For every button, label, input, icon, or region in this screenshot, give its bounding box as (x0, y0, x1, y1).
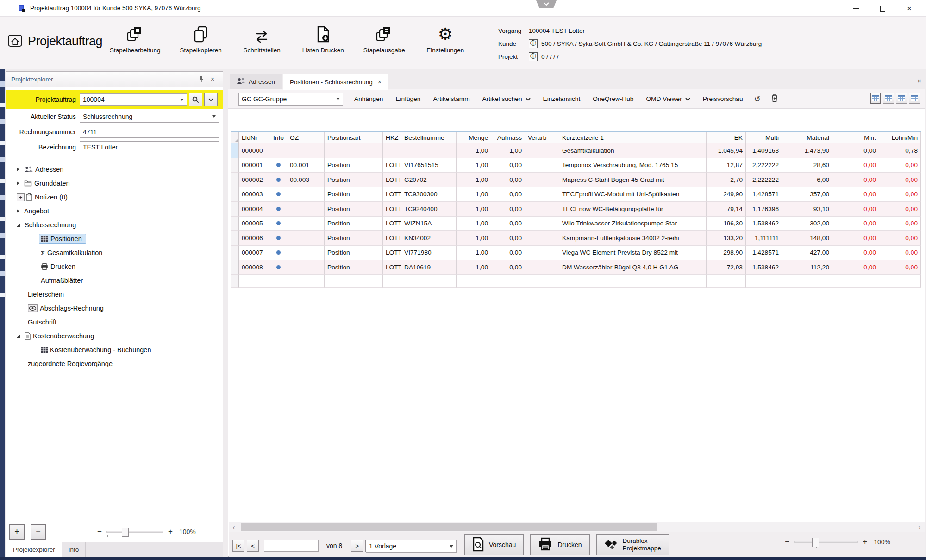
cell-lfdnr[interactable]: 000004 (239, 202, 270, 217)
scroll-right-icon[interactable]: › (914, 523, 925, 531)
cell-ek[interactable]: 72,93 (707, 260, 746, 275)
cell-ek[interactable]: 2,70 (707, 173, 746, 187)
overlay-notch-chevron-icon[interactable] (536, 0, 557, 8)
cell-lohnmin[interactable]: 0,00 (879, 246, 921, 261)
cell-material[interactable]: 302,00 (782, 217, 832, 231)
cell-multi[interactable]: 1,538462 (746, 217, 782, 231)
ribbon-button-schnittstellen[interactable]: Schnittstellen (241, 24, 283, 54)
cell-kurztext[interactable]: Gesamtkalkulation (559, 143, 707, 158)
column-header-multi[interactable]: Multi (746, 132, 782, 143)
cell-menge[interactable]: 1,00 (457, 173, 491, 187)
tree-item-angebot[interactable]: Angebot (6, 204, 223, 218)
cell-info[interactable] (270, 260, 287, 275)
panel-tab-projektexplorer[interactable]: Projektexplorer (6, 542, 62, 557)
cell-material[interactable]: 112,20 (782, 260, 832, 275)
cell-min[interactable]: 0,00 (832, 231, 879, 246)
cell-bestellnummer[interactable]: TC9240400 (401, 202, 457, 217)
cell-positionsart[interactable] (325, 143, 383, 158)
page-number-input[interactable] (264, 540, 319, 552)
ribbon-button-einstellungen[interactable]: ⚙Einstellungen (425, 24, 466, 54)
toolbar-item-artikel-suchen[interactable]: Artikel suchen (482, 95, 531, 102)
tree-item-drucken[interactable]: Drucken (6, 260, 223, 274)
cell-ek[interactable]: 79,14 (707, 202, 746, 217)
cell-lfdnr[interactable]: 000002 (239, 173, 270, 187)
pager-next-button[interactable]: > (351, 540, 363, 552)
row-marker-cell[interactable] (231, 246, 239, 261)
cell-oz[interactable] (287, 231, 325, 246)
column-header-min[interactable]: Min. (832, 132, 879, 143)
cell-hkz[interactable]: LOTT (383, 260, 401, 275)
cell-multi[interactable]: 1,428571 (746, 246, 782, 261)
grid-corner-cell[interactable] (231, 132, 239, 143)
tree-item-kostenüberwachung-buchungen[interactable]: Kostenüberwachung - Buchungen (6, 343, 223, 357)
cell-lohnmin[interactable]: 0,78 (879, 143, 921, 158)
row-marker-cell[interactable] (231, 217, 239, 231)
cell-empty[interactable] (457, 275, 491, 288)
minimize-button[interactable] (842, 0, 869, 17)
cell-min[interactable]: 0,00 (832, 143, 879, 158)
cell-empty[interactable] (239, 275, 270, 288)
cell-lohnmin[interactable]: 0,00 (879, 173, 921, 187)
pager-prev-button[interactable]: < (247, 540, 259, 552)
row-marker-cell[interactable] (231, 173, 239, 187)
cell-lfdnr[interactable]: 000008 (239, 260, 270, 275)
cell-multi[interactable]: 1,538462 (746, 260, 782, 275)
toolbar-item-preisvorschau[interactable]: Preisvorschau (703, 95, 743, 102)
cell-lfdnr[interactable]: 000005 (239, 217, 270, 231)
cell-bestellnummer[interactable]: G20702 (401, 173, 457, 187)
horizontal-scrollbar[interactable]: ‹ › (229, 522, 925, 532)
group-dropdown[interactable]: GC GC-Gruppe (238, 93, 343, 106)
cell-verarb[interactable] (525, 260, 559, 275)
cell-hkz[interactable] (383, 143, 401, 158)
cell-oz[interactable] (287, 143, 325, 158)
scrollbar-thumb[interactable] (241, 523, 657, 531)
tree-collapsed-arrow-icon[interactable] (17, 181, 19, 185)
row-marker-cell[interactable] (231, 187, 239, 202)
zoom-slider[interactable] (794, 541, 858, 543)
column-header-aufmass[interactable]: Aufmass (491, 132, 525, 143)
zoom-in-icon[interactable]: + (858, 537, 872, 547)
cell-min[interactable]: 0,00 (832, 173, 879, 187)
cell-min[interactable]: 0,00 (832, 187, 879, 202)
cell-menge[interactable]: 1,00 (457, 217, 491, 231)
cell-hkz[interactable]: LOTT (383, 187, 401, 202)
cell-hkz[interactable]: LOTT (383, 246, 401, 261)
cell-aufmass[interactable]: 0,00 (491, 187, 525, 202)
zoom-slider-thumb[interactable] (812, 538, 819, 547)
cell-empty[interactable] (491, 275, 525, 288)
row-marker-cell[interactable] (231, 260, 239, 275)
column-header-hkz[interactable]: HKZ (383, 132, 401, 143)
tabstrip-close-icon[interactable]: × (917, 77, 921, 85)
cell-empty[interactable] (746, 275, 782, 288)
cell-oz[interactable] (287, 246, 325, 261)
cell-verarb[interactable] (525, 158, 559, 173)
cell-lfdnr[interactable]: 000003 (239, 187, 270, 202)
cell-verarb[interactable] (525, 187, 559, 202)
column-header-info[interactable]: Info (270, 132, 287, 143)
cell-verarb[interactable] (525, 143, 559, 158)
cell-info[interactable] (270, 187, 287, 202)
cell-positionsart[interactable]: Position (325, 260, 383, 275)
toolbar-item-einfügen[interactable]: Einfügen (395, 95, 420, 102)
cell-lohnmin[interactable]: 0,00 (879, 231, 921, 246)
tree-item-lieferschein[interactable]: Lieferschein (6, 287, 223, 301)
tree-item-zugeordnete-regievorgänge[interactable]: zugeordnete Regievorgänge (6, 357, 223, 371)
cell-material[interactable]: 93,10 (782, 202, 832, 217)
cell-oz[interactable]: 00.001 (287, 158, 325, 173)
row-marker-cell[interactable] (231, 158, 239, 173)
cell-bestellnummer[interactable] (401, 143, 457, 158)
cell-menge[interactable]: 1,00 (457, 187, 491, 202)
footer-button-durablox-projektmappe[interactable]: DurabloxProjektmappe (596, 534, 669, 555)
cell-min[interactable]: 0,00 (832, 217, 879, 231)
tree-item-schlussrechnung[interactable]: Schlussrechnung (6, 218, 223, 232)
cell-verarb[interactable] (525, 246, 559, 261)
cell-empty[interactable] (401, 275, 457, 288)
cell-multi[interactable]: 1,428571 (746, 187, 782, 202)
cell-kurztext[interactable]: Kampmann-Luftlenkjalousie 34002 2-reihi (559, 231, 707, 246)
zoom-out-icon[interactable]: − (93, 527, 106, 536)
cell-empty[interactable] (325, 275, 383, 288)
view-mode-button-3[interactable] (896, 93, 907, 104)
dropdown-button[interactable] (204, 93, 218, 106)
cell-info[interactable] (270, 217, 287, 231)
cell-min[interactable]: 0,00 (832, 202, 879, 217)
